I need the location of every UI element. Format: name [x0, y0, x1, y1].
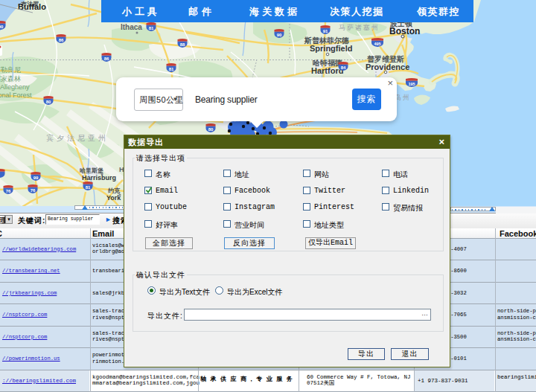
- svg-text:约克: 约克: [107, 187, 121, 194]
- svg-text:81: 81: [169, 67, 174, 71]
- svg-text:81: 81: [149, 26, 154, 30]
- svg-text:88: 88: [180, 42, 185, 47]
- svg-text:马萨诸塞州: 马萨诸塞州: [339, 24, 380, 31]
- svg-text:195: 195: [408, 82, 415, 86]
- svg-text:90: 90: [277, 33, 282, 37]
- svg-text:岛州: 岛州: [395, 94, 411, 101]
- svg-text:81: 81: [86, 185, 91, 190]
- svg-text:Ithaca: Ithaca: [121, 23, 142, 31]
- svg-text:91: 91: [323, 29, 328, 33]
- svg-text:哈里斯堡: 哈里斯堡: [80, 167, 103, 174]
- svg-text:76: 76: [6, 189, 11, 193]
- svg-text:80: 80: [208, 127, 214, 132]
- svg-text:Harrisburg: Harrisburg: [82, 174, 116, 181]
- svg-text:tional Forest: tional Forest: [0, 91, 32, 99]
- svg-text:495: 495: [374, 42, 380, 46]
- svg-text:国家森林: 国家森林: [0, 75, 21, 83]
- svg-text:Allegheny: Allegheny: [0, 83, 30, 91]
- svg-text:Providence: Providence: [366, 62, 409, 71]
- svg-text:Boston: Boston: [389, 26, 420, 36]
- svg-text:阿勒良尼: 阿勒良尼: [0, 66, 21, 74]
- svg-text:86: 86: [59, 38, 64, 42]
- svg-text:99: 99: [34, 176, 39, 180]
- svg-text:Springfield: Springfield: [310, 44, 352, 53]
- svg-text:84: 84: [341, 65, 346, 70]
- svg-text:80: 80: [46, 100, 51, 104]
- svg-text:宾夕法尼亚州: 宾夕法尼亚州: [46, 134, 109, 142]
- svg-text:86: 86: [104, 57, 109, 61]
- svg-text:76: 76: [31, 188, 36, 193]
- svg-text:90: 90: [0, 25, 4, 29]
